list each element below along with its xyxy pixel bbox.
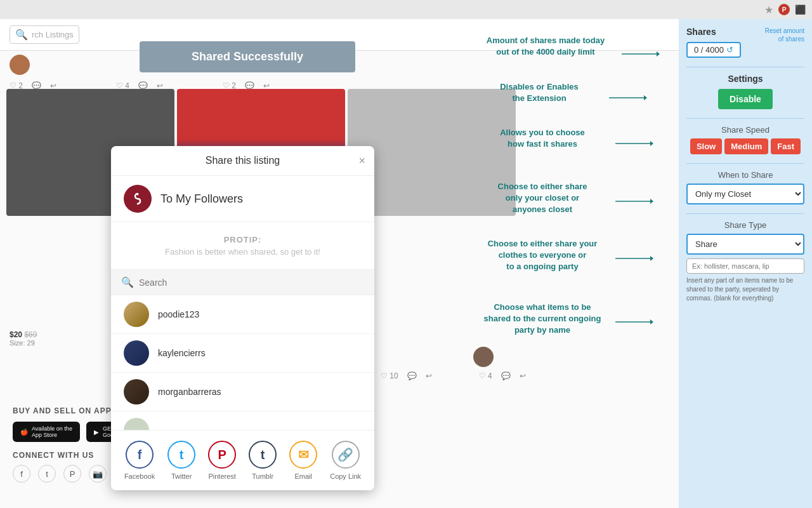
copy-link-icon: 🔗 <box>332 441 360 469</box>
shares-section: Shares 0 / 4000 ↺ Reset amountof shares <box>686 27 804 58</box>
tumblr-share-btn[interactable]: t Tumblr <box>249 441 277 480</box>
tumblr-icon: t <box>249 441 277 469</box>
speed-fast-btn[interactable]: Fast <box>771 138 801 154</box>
user-name: kaylencierrs <box>158 348 206 358</box>
twitter-share-btn[interactable]: t Twitter <box>167 441 195 480</box>
svg-marker-8 <box>650 199 653 204</box>
speed-medium-btn[interactable]: Medium <box>724 138 768 154</box>
copy-link-label: Copy Link <box>330 472 361 480</box>
dialog-search[interactable]: 🔍 <box>111 270 374 295</box>
share-type-label: Share Type <box>686 220 804 230</box>
twitter-label: Twitter <box>171 472 192 480</box>
email-icon: ✉ <box>289 441 317 469</box>
share-dialog: Share this listing × To My Followers PRO… <box>111 146 374 490</box>
reset-link[interactable]: Reset amountof shares <box>765 27 804 43</box>
protip-section: PROTIP: Fashion is better when shared, s… <box>111 222 374 270</box>
social-share-row: f Facebook t Twitter P Pinterest t Tumbl… <box>111 430 374 490</box>
email-label: Email <box>294 472 312 480</box>
avatar-2 <box>473 347 494 367</box>
facebook-icon: f <box>126 441 154 469</box>
party-filter-input[interactable] <box>686 258 804 274</box>
email-share-btn[interactable]: ✉ Email <box>289 441 317 480</box>
right-panel: Shares 0 / 4000 ↺ Reset amountof shares … <box>679 19 812 508</box>
success-banner: Shared Successfully <box>140 41 355 72</box>
pinterest-share-btn[interactable]: P Pinterest <box>208 441 236 480</box>
svg-marker-4 <box>644 95 647 100</box>
user-avatar <box>124 379 149 404</box>
speed-section: Share Speed Slow Medium Fast <box>686 125 804 154</box>
speed-buttons: Slow Medium Fast <box>686 138 804 154</box>
user-item[interactable]: poodie123 <box>111 295 374 334</box>
to-followers-label: To My Followers <box>160 192 243 206</box>
protip-text: Fashion is better when shared, so get to… <box>124 247 362 257</box>
when-section: When to Share Only my Closet Anyone's Cl… <box>686 170 804 204</box>
facebook-share-btn[interactable]: f Facebook <box>124 441 155 480</box>
twitter-icon: t <box>167 441 195 469</box>
svg-marker-2 <box>657 51 660 57</box>
callout-when: Choose to either shareonly your closet o… <box>469 181 615 216</box>
divider <box>686 118 804 119</box>
search-dialog-icon: 🔍 <box>121 276 134 288</box>
ext-icon[interactable]: ⬛ <box>795 4 806 15</box>
user-name: poodie123 <box>158 309 199 319</box>
protip-title: PROTIP: <box>124 235 362 244</box>
svg-marker-6 <box>650 141 653 146</box>
dialog-search-input[interactable] <box>139 277 364 288</box>
svg-marker-12 <box>650 319 653 324</box>
instagram-social-icon[interactable]: 📷 <box>89 465 107 483</box>
search-placeholder: rch Listings <box>32 30 74 39</box>
divider <box>686 213 804 214</box>
shares-count: 0 / 4000 ↺ <box>686 42 741 58</box>
dialog-scrollable: To My Followers PROTIP: Fashion is bette… <box>111 176 374 430</box>
avatar <box>10 55 30 75</box>
twitter-social-icon[interactable]: t <box>38 465 56 483</box>
svg-point-0 <box>137 194 139 196</box>
copy-link-btn[interactable]: 🔗 Copy Link <box>330 441 361 480</box>
success-text: Shared Successfully <box>192 50 303 63</box>
callout-speed: Allows you to choosehow fast it shares <box>469 127 615 150</box>
svg-marker-10 <box>650 256 653 261</box>
search-box[interactable]: 🔍 rch Listings <box>10 25 79 44</box>
disable-button[interactable]: Disable <box>718 89 773 109</box>
to-followers-option[interactable]: To My Followers <box>111 176 374 222</box>
poshmark-icon <box>124 185 152 213</box>
settings-label: Settings <box>686 74 804 84</box>
callout-share-type: Choose to either share yourclothes to ev… <box>469 238 615 273</box>
callout-disable: Disables or Enablesthe Extension <box>469 81 609 104</box>
search-icon: 🔍 <box>15 29 28 41</box>
app-store-badge[interactable]: 🍎 Available on the App Store <box>13 422 80 442</box>
user-item[interactable]: morganbarreras <box>111 373 374 411</box>
party-hint: Insert any part of an items name to be s… <box>686 276 804 303</box>
facebook-label: Facebook <box>124 472 155 480</box>
speed-slow-btn[interactable]: Slow <box>690 138 722 154</box>
share-type-select[interactable]: Share Party <box>686 234 804 255</box>
user-avatar <box>124 340 149 366</box>
tumblr-label: Tumblr <box>252 472 273 480</box>
user-list: poodie123 kaylencierrs morganbarreras <box>111 295 374 430</box>
poshmark-ext-icon[interactable]: P <box>778 4 790 15</box>
pinterest-label: Pinterest <box>208 472 235 480</box>
callout-amount: Amount of shares made todayout of the 40… <box>469 35 622 58</box>
star-icon[interactable]: ★ <box>764 4 773 16</box>
speed-label: Share Speed <box>686 125 804 135</box>
when-label: When to Share <box>686 170 804 180</box>
facebook-social-icon[interactable]: f <box>13 465 30 483</box>
when-select[interactable]: Only my Closet Anyone's Closet <box>686 184 804 204</box>
user-avatar <box>124 418 149 430</box>
browser-bar: ★ P ⬛ <box>0 0 812 19</box>
close-button[interactable]: × <box>358 155 365 166</box>
divider <box>686 67 804 67</box>
shares-label: Shares <box>686 27 741 37</box>
settings-section: Settings Disable <box>686 74 804 109</box>
share-type-section: Share Type Share Party Insert any part o… <box>686 220 804 303</box>
pinterest-social-icon[interactable]: P <box>63 465 81 483</box>
divider <box>686 163 804 164</box>
refresh-icon[interactable]: ↺ <box>726 45 733 55</box>
dialog-header: Share this listing × <box>111 146 374 176</box>
user-avatar <box>124 302 149 327</box>
user-item[interactable]: kaylencierrs <box>111 334 374 373</box>
user-item[interactable] <box>111 411 374 430</box>
dialog-title: Share this listing <box>206 155 280 166</box>
callout-party-filter: Choose what items to beshared to the cur… <box>469 302 615 337</box>
user-name: morganbarreras <box>158 387 221 397</box>
